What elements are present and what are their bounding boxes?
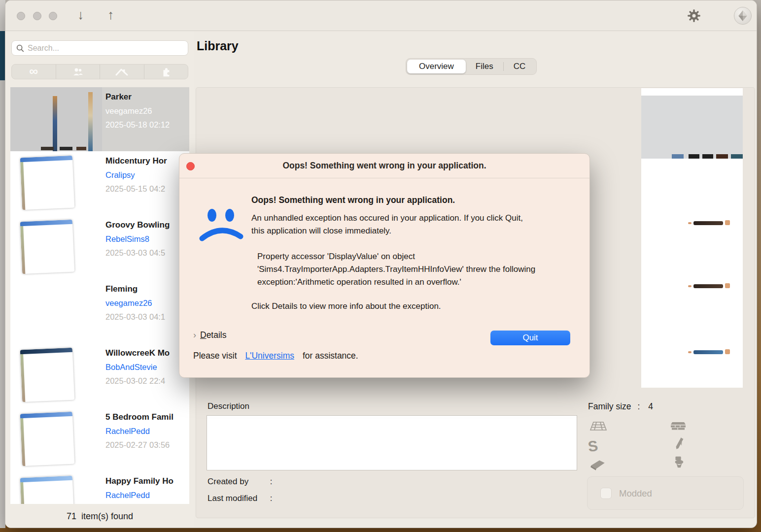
- description-label: Description: [208, 401, 249, 411]
- download-arrow-icon[interactable]: ↓: [77, 7, 84, 23]
- dialog-exception-text: Property accessor 'DisplayValue' on obje…: [257, 250, 553, 289]
- list-item[interactable]: Fleming veegamez26 2025-03-03 04:1: [10, 279, 189, 343]
- family-size-label: Family size: [588, 401, 631, 411]
- dialog-body-text: An unhandled exception has occured in yo…: [251, 212, 532, 237]
- item-thumbnail: [20, 220, 75, 274]
- item-author-link[interactable]: Cralipsy: [105, 170, 135, 180]
- filter-lots-button[interactable]: [100, 65, 144, 79]
- item-author-link[interactable]: RachelPedd: [105, 427, 150, 436]
- item-title: WillowcreeK Mo: [105, 348, 189, 358]
- item-author-link[interactable]: RebelSims8: [105, 234, 149, 244]
- dialog-titlebar: Oops! Something went wrong in your appli…: [179, 154, 589, 178]
- items-found-count: 71: [67, 511, 76, 522]
- house-roof-icon: [115, 67, 128, 76]
- sad-face-icon: [198, 203, 243, 246]
- universims-link[interactable]: L'Universims: [245, 351, 294, 361]
- family-size-colon: :: [637, 401, 640, 411]
- item-author-link[interactable]: veegamez26: [105, 106, 152, 116]
- household-thumbnail: [641, 96, 743, 159]
- toolbar: ↓ ↑: [5, 0, 757, 31]
- created-by-colon: :: [270, 477, 273, 486]
- item-author-link[interactable]: RachelPedd: [105, 491, 150, 500]
- people-icon: [72, 67, 84, 77]
- last-modified-colon: :: [270, 494, 273, 503]
- created-by-label: Created by: [208, 477, 268, 487]
- search-box: [11, 40, 188, 56]
- list-item[interactable]: Groovy Bowling RebelSims8 2025-03-03 04:…: [10, 215, 189, 279]
- app-window: ↓ ↑: [5, 0, 757, 528]
- quit-button[interactable]: Quit: [490, 331, 570, 345]
- item-thumbnail: [20, 476, 75, 504]
- settings-gear-icon[interactable]: [687, 9, 701, 23]
- last-modified-row: Last modified :: [208, 494, 272, 503]
- item-thumbnail: [20, 348, 75, 402]
- road-curve-icon: S: [588, 438, 608, 453]
- modded-label: Modded: [619, 488, 652, 499]
- item-title: 5 Bedroom Famil: [105, 412, 189, 422]
- list-item[interactable]: Happy Family Ho RachelPedd: [10, 471, 189, 504]
- family-size-value: 4: [648, 401, 653, 411]
- eraser-icon: [589, 458, 609, 472]
- list-item[interactable]: Parker veegamez26 2025-05-18 02:12: [10, 87, 189, 151]
- filter-households-button[interactable]: [56, 65, 101, 79]
- list-item[interactable]: 5 Bedroom Famil RachelPedd 2025-02-27 03…: [10, 407, 189, 471]
- traffic-light-zoom[interactable]: [49, 12, 57, 20]
- list-item[interactable]: WillowcreeK Mo BobAndStevie 2025-03-02 2…: [10, 343, 189, 407]
- tab-files[interactable]: Files: [466, 60, 503, 73]
- sim-portrait: [688, 283, 732, 289]
- item-author-link[interactable]: veegamez26: [105, 299, 152, 308]
- item-title: Parker: [105, 92, 189, 102]
- dialog-close-button[interactable]: [186, 162, 195, 170]
- traffic-light-minimize[interactable]: [33, 12, 41, 20]
- modded-checkbox[interactable]: [600, 488, 612, 499]
- description-textarea[interactable]: [207, 415, 577, 470]
- item-title: Groovy Bowling: [105, 220, 189, 230]
- filter-all-button[interactable]: ∞: [12, 65, 56, 79]
- filter-segmented-control: ∞: [11, 64, 188, 79]
- infinity-icon: ∞: [29, 65, 38, 77]
- item-author-link[interactable]: BobAndStevie: [105, 363, 157, 372]
- modded-group: Modded: [587, 476, 744, 510]
- item-thumbnail: [20, 156, 75, 210]
- dialog-title: Oops! Something went wrong in your appli…: [282, 161, 486, 171]
- item-thumbnail: [20, 412, 75, 466]
- upload-arrow-icon[interactable]: ↑: [107, 7, 114, 23]
- details-expander[interactable]: ›Details: [193, 330, 227, 340]
- family-size-row: Family size : 4: [588, 401, 653, 412]
- desktop: ↓ ↑: [0, 0, 761, 532]
- tab-overview[interactable]: Overview: [407, 60, 466, 73]
- household-portraits-panel: [641, 88, 743, 388]
- sim-portrait: [688, 349, 732, 355]
- item-date: 2025-03-03 04:1: [105, 312, 165, 322]
- traffic-light-close[interactable]: [17, 12, 25, 20]
- item-title: Fleming: [105, 284, 189, 294]
- app-logo-plumbob-icon[interactable]: [734, 7, 752, 25]
- item-date: 2025-05-18 02:12: [105, 120, 170, 130]
- footer-suffix: for assistance.: [303, 351, 358, 361]
- page-title: Library: [197, 39, 239, 53]
- lot-grid-icon: [589, 419, 609, 434]
- items-found-label: item(s) found: [81, 511, 133, 522]
- puzzle-icon: [161, 66, 172, 77]
- dialog-details-hint: Click Details to view more info about th…: [251, 301, 441, 311]
- search-input[interactable]: [28, 44, 184, 53]
- search-icon: [16, 44, 25, 53]
- details-label: Details: [200, 330, 227, 340]
- item-thumbnail: [10, 87, 102, 151]
- lot-stat-icons: S: [588, 417, 701, 475]
- item-date: 2025-02-27 03:56: [105, 440, 170, 450]
- filter-cc-button[interactable]: [144, 65, 188, 79]
- sim-portrait: [688, 220, 732, 226]
- item-date: 2025-03-02 22:4: [105, 376, 165, 386]
- chevron-right-icon: ›: [193, 330, 196, 340]
- foundation-bricks-icon: [669, 418, 689, 433]
- item-title: Happy Family Ho: [105, 476, 189, 486]
- saw-icon: [671, 437, 691, 452]
- items-found-status: 71 item(s) found: [5, 504, 194, 528]
- created-by-row: Created by :: [208, 477, 272, 487]
- tab-cc[interactable]: CC: [504, 60, 536, 73]
- list-item[interactable]: Midcentury Hor Cralipsy 2025-05-15 04:2: [10, 151, 189, 215]
- last-modified-label: Last modified: [208, 494, 268, 503]
- item-title: Midcentury Hor: [105, 156, 189, 166]
- item-date: 2025-05-15 04:2: [105, 184, 165, 194]
